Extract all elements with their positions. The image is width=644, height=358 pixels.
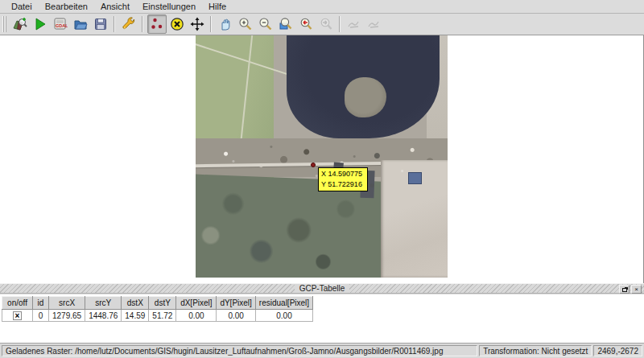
save-button[interactable]	[91, 14, 110, 34]
wrench-icon	[122, 17, 136, 31]
menu-bar: Datei Bearbeiten Ansicht Einstellungen H…	[0, 0, 644, 14]
zoom-out-icon	[258, 17, 273, 31]
zoom-next-button[interactable]	[316, 14, 336, 34]
tooltip-y-value: Y 51.722916	[321, 179, 365, 190]
zoom-out-button[interactable]	[256, 14, 275, 34]
link-qgis-to-georeferencer-button[interactable]	[365, 14, 384, 34]
pan-button[interactable]	[216, 14, 235, 34]
add-point-button[interactable]	[147, 14, 167, 34]
toolbar-separator	[339, 16, 341, 32]
zoom-in-icon	[238, 17, 253, 31]
cell-dsty[interactable]: 51.72	[149, 310, 176, 322]
gcp-dock-body: on/off id srcX srcY dstX dstY dX[Pixel] …	[0, 294, 644, 344]
col-dsty[interactable]: dstY	[149, 297, 176, 310]
col-dstx[interactable]: dstX	[122, 297, 149, 310]
gdal-script-icon: GDAL	[53, 17, 68, 31]
menu-einstellungen[interactable]: Einstellungen	[136, 1, 202, 12]
move-point-button[interactable]	[188, 14, 207, 34]
menu-ansicht[interactable]: Ansicht	[94, 1, 136, 12]
link-qgis-icon	[367, 17, 382, 31]
open-raster-icon	[13, 17, 27, 31]
gcp-table: on/off id srcX srcY dstX dstY dX[Pixel] …	[2, 296, 313, 322]
aerial-photo[interactable]: X 14.590775 Y 51.722916	[196, 35, 448, 278]
gdal-script-button[interactable]: GDAL	[51, 14, 70, 34]
status-loaded-raster: Geladenes Raster: /home/lutz/Documents/G…	[2, 345, 477, 356]
start-georeferencing-button[interactable]	[31, 14, 50, 34]
open-file-button[interactable]	[71, 14, 90, 34]
status-bar: Geladenes Raster: /home/lutz/Documents/G…	[0, 344, 644, 358]
col-srcx[interactable]: srcX	[49, 297, 85, 310]
toolbar-separator	[114, 16, 115, 32]
play-icon	[33, 17, 47, 31]
col-srcy[interactable]: srcY	[85, 297, 122, 310]
raster-canvas[interactable]: X 14.590775 Y 51.722916	[0, 35, 644, 283]
folder-icon	[73, 17, 88, 31]
pan-hand-icon	[218, 17, 233, 31]
gcp-dock-titlebar[interactable]: GCP-Tabelle ×	[0, 283, 644, 294]
toolbar: GDAL	[0, 14, 644, 35]
delete-point-button[interactable]	[167, 14, 187, 34]
menu-datei[interactable]: Datei	[5, 1, 39, 12]
col-onoff[interactable]: on/off	[2, 297, 33, 310]
add-point-icon	[150, 17, 164, 31]
col-id[interactable]: id	[33, 297, 49, 310]
gcp-marker[interactable]	[311, 163, 316, 167]
gcp-onoff-checkbox[interactable]: ×	[13, 311, 22, 320]
open-raster-button[interactable]	[10, 14, 30, 34]
toolbar-separator	[142, 16, 143, 32]
cell-srcy[interactable]: 1448.76	[85, 310, 122, 322]
col-dy[interactable]: dY[Pixel]	[217, 297, 255, 310]
move-point-icon	[190, 17, 204, 31]
status-coordinates: 2469,-2672	[593, 345, 642, 356]
gcp-table-header-row: on/off id srcX srcY dstX dstY dX[Pixel] …	[2, 297, 313, 310]
cell-dy[interactable]: 0.00	[217, 310, 255, 322]
delete-point-icon	[170, 17, 184, 31]
col-residual[interactable]: residual[Pixel]	[255, 297, 312, 310]
menu-bearbeiten[interactable]: Bearbeiten	[39, 1, 94, 12]
restore-icon	[622, 288, 627, 292]
dock-float-button[interactable]	[619, 285, 630, 294]
coordinate-tooltip: X 14.590775 Y 51.722916	[318, 167, 368, 191]
cell-dx[interactable]: 0.00	[176, 310, 217, 322]
transformation-settings-button[interactable]	[119, 14, 138, 34]
save-icon	[93, 17, 108, 31]
dock-close-button[interactable]: ×	[631, 285, 642, 294]
link-georeferencer-to-qgis-button[interactable]	[345, 14, 364, 34]
zoom-next-icon	[319, 17, 333, 31]
photo-texture-overlay	[196, 35, 448, 278]
gcp-table-row[interactable]: × 0 1279.65 1448.76 14.59 51.72 0.00 0.0…	[2, 310, 313, 322]
cell-srcx[interactable]: 1279.65	[49, 310, 85, 322]
col-dx[interactable]: dX[Pixel]	[176, 297, 217, 310]
svg-text:GDAL: GDAL	[56, 23, 68, 28]
status-transformation: Transformation: Nicht gesetzt	[479, 345, 592, 356]
cell-dstx[interactable]: 14.59	[122, 310, 149, 322]
zoom-to-layer-icon	[279, 17, 293, 31]
close-icon: ×	[634, 286, 638, 293]
cell-residual[interactable]: 0.00	[255, 310, 312, 322]
gcp-dock-title: GCP-Tabelle	[295, 284, 350, 293]
menu-hilfe[interactable]: Hilfe	[202, 1, 233, 12]
cell-id[interactable]: 0	[33, 310, 49, 322]
zoom-last-button[interactable]	[296, 14, 316, 34]
toolbar-drag-handle[interactable]	[2, 16, 7, 32]
zoom-last-icon	[299, 17, 313, 31]
zoom-in-button[interactable]	[236, 14, 255, 34]
toolbar-separator	[210, 16, 212, 32]
link-georeferencer-icon	[347, 17, 361, 31]
zoom-to-layer-button[interactable]	[276, 14, 295, 34]
tooltip-x-value: X 14.590775	[321, 169, 365, 179]
